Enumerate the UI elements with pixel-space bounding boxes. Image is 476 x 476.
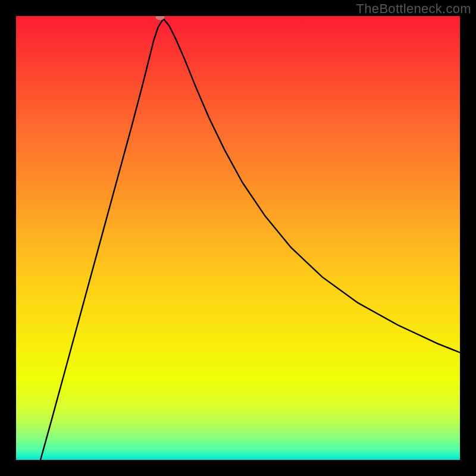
bottleneck-curve-path [40, 18, 460, 460]
chart-stage: TheBottleneck.com [0, 0, 476, 476]
plot-area [16, 16, 460, 460]
curve-svg [16, 16, 460, 460]
watermark-text: TheBottleneck.com [356, 1, 471, 17]
